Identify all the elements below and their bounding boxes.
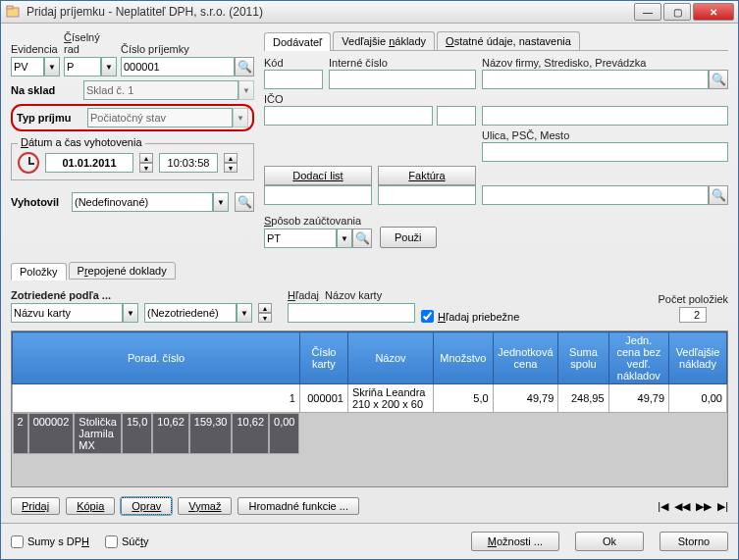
table-row[interactable]: 1000001Skriňa Leandra 210 x 200 x 605,04…	[13, 384, 727, 413]
clock-icon	[18, 152, 39, 174]
col-mnoz[interactable]: Množstvo	[434, 332, 493, 384]
kopia-button[interactable]: Kópia	[66, 497, 115, 515]
vyhotovil-label: Vyhotovil	[11, 196, 66, 208]
faktura-input[interactable]	[378, 185, 476, 205]
col-suma[interactable]: Suma spolu	[558, 332, 608, 384]
nav-first-icon[interactable]: |◀	[658, 500, 668, 513]
cislo-prijemky-input[interactable]	[121, 57, 235, 76]
id-row: Evidencia ▼ Číselný rad ▼	[11, 31, 254, 76]
ok-button[interactable]: Ok	[575, 532, 644, 551]
sposob-drop-icon[interactable]: ▼	[337, 229, 352, 248]
vyhotovil-lookup-icon[interactable]: 🔍	[235, 192, 254, 212]
mesto-lookup-icon[interactable]: 🔍	[709, 185, 728, 205]
firma-lookup-icon[interactable]: 🔍	[709, 70, 728, 89]
col-jbez[interactable]: Jedn. cena bez vedľ. nákladov	[608, 332, 669, 384]
supplier-tabs: Dodávateľ Vedľajšie náklady Ostatné údaj…	[264, 31, 728, 51]
search-live[interactable]: Hľadaj priebežne	[421, 310, 519, 323]
col-nazov[interactable]: Názov	[347, 332, 433, 384]
time-spinner[interactable]: ▲▼	[224, 153, 238, 173]
date-spinner[interactable]: ▲▼	[139, 153, 153, 173]
items-bar: Zotriedené podľa ... ▼ ▼ ▲▼ Hľadaj Názov…	[11, 289, 728, 323]
vyhotovil-select[interactable]	[72, 192, 213, 212]
tab-ostatne[interactable]: Ostatné údaje, nastavenia	[437, 31, 580, 50]
ciselny-rad-select[interactable]	[64, 57, 101, 76]
typ-prijmu-select[interactable]	[87, 108, 233, 127]
moznosti-button[interactable]: Možnosti ...	[471, 532, 559, 551]
interne-input[interactable]	[329, 70, 476, 89]
sort2-select[interactable]	[144, 303, 237, 323]
left-column: Evidencia ▼ Číselný rad ▼	[11, 31, 254, 252]
sumy-dph-checkbox[interactable]: Sumy s DPH	[11, 535, 89, 548]
dodaci-input[interactable]	[264, 185, 372, 205]
nav-prev-icon[interactable]: ◀◀	[674, 500, 690, 513]
vyhotovil-drop-icon[interactable]: ▼	[213, 192, 229, 212]
ico-input[interactable]	[264, 106, 433, 126]
ciselny-rad-label: Číselný rad	[64, 31, 117, 55]
items-table: Porad. číslo Číslo karty Názov Množstvo …	[12, 331, 727, 454]
window-title: Pridaj príjemku - Neplatiteľ DPH, s.r.o.…	[26, 5, 634, 19]
tab-prepojene[interactable]: Prepojené doklady	[69, 262, 176, 280]
sposob-lookup-icon[interactable]: 🔍	[352, 229, 372, 248]
faktura-button[interactable]: Faktúra	[378, 166, 476, 185]
search-input[interactable]	[288, 303, 415, 323]
time-input[interactable]	[159, 153, 218, 173]
kod-input[interactable]	[264, 70, 323, 89]
evidencia-select[interactable]	[11, 57, 44, 76]
ciselny-rad-drop-icon[interactable]: ▼	[101, 57, 117, 76]
firma2-input[interactable]	[482, 106, 728, 126]
cislo-lookup-icon[interactable]: 🔍	[235, 57, 254, 76]
evidencia-label: Evidencia	[11, 43, 60, 55]
sort-spinner[interactable]: ▲▼	[258, 303, 272, 323]
content: Evidencia ▼ Číselný rad ▼	[1, 24, 738, 523]
sposob-select[interactable]	[264, 229, 337, 248]
col-cislo[interactable]: Číslo karty	[299, 332, 347, 384]
kod-label: Kód	[264, 57, 323, 69]
tab-dodavatel[interactable]: Dodávateľ	[264, 32, 331, 51]
oprav-button[interactable]: Oprav	[121, 497, 172, 515]
ico-label: IČO	[264, 93, 476, 105]
na-sklad-row: Na sklad ▼	[11, 80, 254, 100]
items-grid[interactable]: Porad. číslo Číslo karty Názov Množstvo …	[11, 331, 728, 487]
search-live-checkbox[interactable]	[421, 310, 434, 323]
item-buttons: Pridaj Kópia Oprav Vymaž Hromadné funkci…	[11, 497, 728, 515]
footer: Sumy s DPH Súčty Možnosti ... Ok Storno	[1, 523, 738, 559]
nazovfirmy-input[interactable]	[482, 70, 709, 89]
sort1-select[interactable]	[11, 303, 123, 323]
mesto-input[interactable]	[482, 185, 709, 205]
hromadne-button[interactable]: Hromadné funkcie ...	[238, 497, 359, 515]
tab-polozky[interactable]: Položky	[11, 263, 67, 280]
sort2-drop-icon[interactable]: ▼	[237, 303, 252, 323]
close-button[interactable]: ✕	[693, 3, 734, 21]
window: Pridaj príjemku - Neplatiteľ DPH, s.r.o.…	[0, 0, 739, 560]
vymaz-button[interactable]: Vymaž	[178, 497, 232, 515]
typ-prijmu-row: Typ príjmu ▼	[11, 104, 254, 131]
sort1-drop-icon[interactable]: ▼	[123, 303, 138, 323]
nav-last-icon[interactable]: ▶|	[717, 500, 728, 513]
evidencia-drop-icon[interactable]: ▼	[44, 57, 60, 76]
storno-button[interactable]: Storno	[660, 532, 728, 551]
date-input[interactable]	[45, 153, 133, 173]
supplier-panel: Kód Interné číslo Názov firmy, Stredisko…	[264, 51, 728, 211]
pouzi-button[interactable]: Použi	[380, 227, 437, 248]
col-jcena[interactable]: Jednotková cena	[493, 332, 558, 384]
dodaci-list-button[interactable]: Dodací list	[264, 166, 372, 185]
na-sklad-drop-icon: ▼	[238, 80, 254, 100]
titlebar: Pridaj príjemku - Neplatiteľ DPH, s.r.o.…	[1, 1, 738, 24]
col-vedl[interactable]: Vedľajšie náklady	[669, 332, 727, 384]
tab-vedlajsie[interactable]: Vedľajšie náklady	[333, 31, 435, 50]
sposob-label: Spôsob zaúčtovania	[264, 215, 372, 227]
sucty-checkbox[interactable]: Súčty	[105, 535, 149, 548]
table-row[interactable]: 2000002Stolička Jarmila MX15,010,62159,3…	[13, 413, 300, 454]
ulica-label: Ulica, PSČ, Mesto	[482, 129, 728, 141]
typ-prijmu-drop-icon[interactable]: ▼	[233, 108, 248, 127]
na-sklad-label: Na sklad	[11, 84, 78, 96]
pridaj-button[interactable]: Pridaj	[11, 497, 60, 515]
col-porad[interactable]: Porad. číslo	[13, 332, 300, 384]
nav-next-icon[interactable]: ▶▶	[696, 500, 712, 513]
maximize-button[interactable]: ▢	[663, 3, 691, 21]
posting-row: Spôsob zaúčtovania ▼ 🔍 Použi	[264, 211, 728, 252]
minimize-button[interactable]: —	[634, 3, 661, 21]
ulica-input[interactable]	[482, 142, 728, 162]
svg-rect-1	[7, 6, 13, 9]
ico-input2[interactable]	[437, 106, 476, 126]
